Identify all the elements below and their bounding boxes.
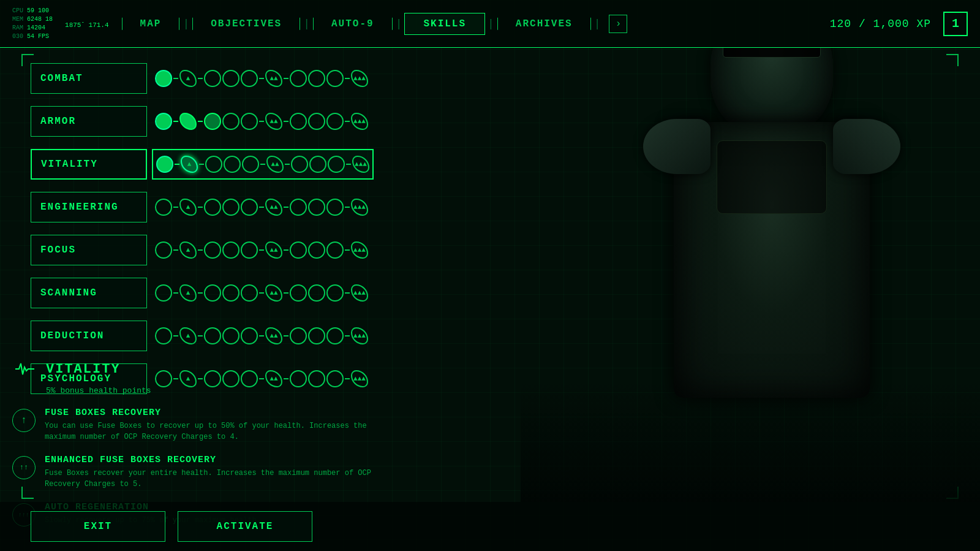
node[interactable]: [326, 284, 344, 302]
node-triple[interactable]: ▲▲▲: [351, 113, 368, 130]
tab-archives[interactable]: ARCHIVES: [497, 13, 592, 35]
node[interactable]: [241, 70, 258, 87]
nav-more-arrow[interactable]: ›: [609, 15, 627, 33]
node[interactable]: [155, 199, 172, 216]
divider: |: [303, 18, 310, 30]
node[interactable]: [204, 199, 221, 216]
node-double[interactable]: ▲▲: [265, 199, 282, 216]
tab-skills[interactable]: SKILLS: [404, 13, 485, 35]
node[interactable]: [326, 199, 344, 216]
node[interactable]: [155, 113, 172, 130]
node[interactable]: [204, 241, 221, 259]
node[interactable]: [204, 284, 221, 302]
node[interactable]: [308, 327, 325, 344]
node[interactable]: [326, 113, 344, 130]
node[interactable]: [290, 70, 307, 87]
node[interactable]: [308, 284, 325, 302]
node[interactable]: [241, 199, 258, 216]
node[interactable]: [241, 327, 258, 344]
skill-label-scanning[interactable]: SCANNING: [31, 278, 147, 308]
skill-label-vitality[interactable]: VITALITY: [31, 149, 147, 180]
node[interactable]: [204, 70, 221, 87]
node-special[interactable]: ▲: [179, 113, 197, 130]
node-triple[interactable]: ▲▲▲: [351, 70, 368, 87]
skill-row-engineering[interactable]: ENGINEERING ▲ ▲▲ ▲▲▲: [31, 189, 447, 226]
skill-nodes-combat: ▲ ▲▲ ▲▲▲: [152, 63, 371, 94]
skill-label-engineering[interactable]: ENGINEERING: [31, 192, 147, 222]
skill-label-focus[interactable]: FOCUS: [31, 235, 147, 265]
exit-button[interactable]: EXIT: [31, 511, 165, 542]
skill-row-armor[interactable]: ARMOR ▲ ▲▲ ▲▲▲: [31, 103, 447, 140]
node[interactable]: [155, 327, 172, 344]
node-triple[interactable]: ▲▲▲: [352, 156, 369, 173]
skill-row-vitality[interactable]: VITALITY ▲ ▲▲ ▲▲▲: [31, 146, 447, 183]
skill-label-armor[interactable]: ARMOR: [31, 106, 147, 137]
skill-nodes-engineering: ▲ ▲▲ ▲▲▲: [152, 192, 371, 222]
tab-objectives[interactable]: OBJECTIVES: [192, 13, 301, 35]
character-display: [521, 48, 980, 502]
node[interactable]: [204, 327, 221, 344]
skill-row-combat[interactable]: COMBAT ▲ ▲▲ ▲▲▲: [31, 60, 447, 97]
node[interactable]: [309, 156, 326, 173]
node-triple[interactable]: ▲▲▲: [351, 241, 368, 259]
node[interactable]: [222, 284, 239, 302]
node-special[interactable]: ▲: [179, 327, 197, 344]
node[interactable]: [222, 327, 239, 344]
divider: |: [594, 18, 601, 30]
node-double[interactable]: ▲▲: [266, 156, 284, 173]
node[interactable]: [290, 241, 307, 259]
node[interactable]: [290, 284, 307, 302]
node[interactable]: [290, 199, 307, 216]
node[interactable]: [291, 156, 308, 173]
node-double[interactable]: ▲▲: [265, 113, 282, 130]
level-badge: 1: [943, 12, 968, 36]
node-triple[interactable]: ▲▲▲: [351, 327, 368, 344]
node[interactable]: [205, 156, 222, 173]
node[interactable]: [156, 156, 173, 173]
node[interactable]: [155, 70, 172, 87]
node[interactable]: [155, 284, 172, 302]
node[interactable]: [222, 241, 239, 259]
node-special[interactable]: ▲: [179, 241, 197, 259]
node[interactable]: [241, 284, 258, 302]
node[interactable]: [224, 156, 241, 173]
node-special[interactable]: ▲: [179, 284, 197, 302]
ability-fuse-boxes-recovery: ↑ FUSE BOXES RECOVERY You can use Fuse B…: [12, 408, 392, 443]
node[interactable]: [326, 241, 344, 259]
skill-row-focus[interactable]: FOCUS ▲ ▲▲ ▲▲▲: [31, 232, 447, 268]
node-double[interactable]: ▲▲: [265, 70, 282, 87]
node[interactable]: [155, 241, 172, 259]
node-double[interactable]: ▲▲: [265, 241, 282, 259]
node-triple[interactable]: ▲▲▲: [351, 199, 368, 216]
node-special[interactable]: ▲: [179, 199, 197, 216]
node[interactable]: [222, 113, 239, 130]
node-special[interactable]: ▲: [179, 70, 197, 87]
node-special-selected[interactable]: ▲: [181, 156, 198, 173]
node[interactable]: [241, 241, 258, 259]
node-double[interactable]: ▲▲: [265, 327, 282, 344]
node[interactable]: [308, 70, 325, 87]
node[interactable]: [290, 327, 307, 344]
node-triple[interactable]: ▲▲▲: [351, 284, 368, 302]
tab-map[interactable]: MAP: [121, 13, 181, 35]
divider: |: [396, 18, 402, 30]
node[interactable]: [326, 327, 344, 344]
node[interactable]: [328, 156, 345, 173]
node[interactable]: [241, 113, 258, 130]
node[interactable]: [308, 113, 325, 130]
node[interactable]: [326, 70, 344, 87]
skill-row-scanning[interactable]: SCANNING ▲ ▲▲ ▲▲▲: [31, 275, 447, 311]
node[interactable]: [204, 113, 221, 130]
node[interactable]: [308, 199, 325, 216]
node-double[interactable]: ▲▲: [265, 284, 282, 302]
node[interactable]: [222, 199, 239, 216]
ability-text: FUSE BOXES RECOVERY You can use Fuse Box…: [45, 408, 392, 443]
activate-button[interactable]: ACTIVATE: [178, 511, 312, 542]
node[interactable]: [290, 113, 307, 130]
tab-auto9[interactable]: AUTO-9: [312, 13, 393, 35]
skill-label-combat[interactable]: COMBAT: [31, 63, 147, 94]
node[interactable]: [308, 241, 325, 259]
node[interactable]: [242, 156, 259, 173]
node[interactable]: [222, 70, 239, 87]
ability-enhanced-fuse-boxes: ↑↑ ENHANCED FUSE BOXES RECOVERY Fuse Box…: [12, 455, 392, 490]
